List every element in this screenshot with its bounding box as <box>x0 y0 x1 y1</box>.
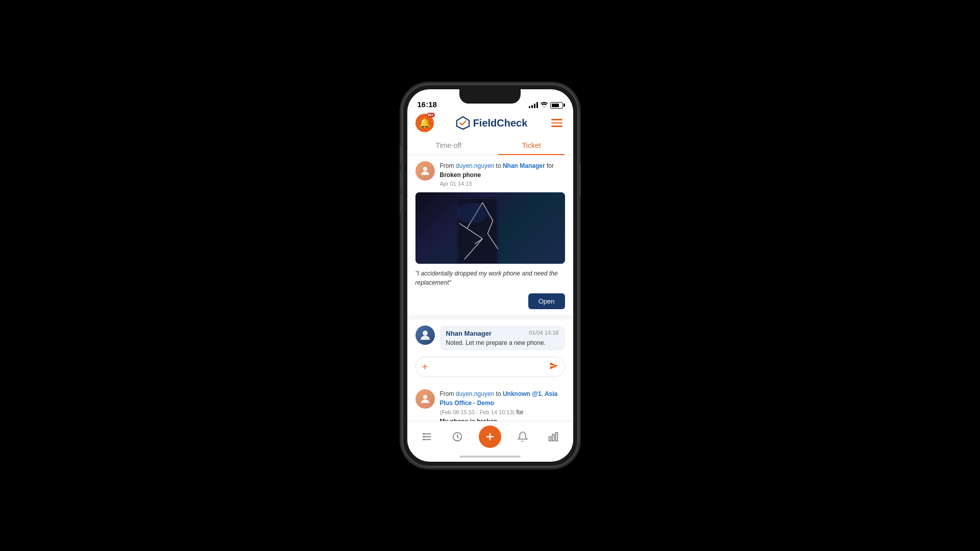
ticket-2-subject: My phone is broken <box>440 417 565 421</box>
svg-rect-26 <box>556 432 558 441</box>
nav-item-history[interactable] <box>448 429 467 444</box>
ticket-2-meta: From duyen.nguyen to Unknown @1. Asia Pl… <box>440 389 565 421</box>
nav-item-notification[interactable] <box>513 429 532 444</box>
avatar-1 <box>415 161 435 181</box>
hamburger-menu-button[interactable] <box>549 117 565 129</box>
send-button[interactable] <box>549 361 558 372</box>
ticket-1-from-label: From <box>440 162 454 169</box>
status-icons <box>529 102 563 109</box>
message-time-1: 01/04 14:18 <box>529 330 558 337</box>
open-button[interactable]: Open <box>528 293 565 309</box>
svg-point-19 <box>423 436 424 437</box>
svg-point-20 <box>423 439 424 440</box>
message-section-1: Nhan Manager 01/04 14:18 Noted. Let me p… <box>407 319 573 357</box>
input-area: + <box>415 357 565 377</box>
ticket-card-1: From duyen.nguyen to Nhan Manager for Br… <box>407 155 573 319</box>
phone-wrapper: 16:18 🔔 <box>402 84 578 467</box>
tab-time-off[interactable]: Time-off <box>407 136 491 155</box>
nav-item-list[interactable] <box>417 429 436 444</box>
notification-badge: 99+ <box>427 113 435 117</box>
nav-item-add[interactable] <box>479 425 501 448</box>
svg-marker-0 <box>457 117 469 129</box>
add-attachment-button[interactable]: + <box>422 362 428 372</box>
tab-ticket[interactable]: Ticket <box>490 136 573 155</box>
svg-point-18 <box>423 433 424 434</box>
ticket-1-for-label: for <box>547 162 554 169</box>
ticket-1-header: From duyen.nguyen to Nhan Manager for Br… <box>415 161 565 188</box>
content-area[interactable]: From duyen.nguyen to Nhan Manager for Br… <box>407 155 573 421</box>
svg-point-1 <box>423 167 427 171</box>
svg-rect-24 <box>549 437 551 441</box>
ticket-1-image <box>415 192 565 264</box>
ticket-2-to-label: to <box>496 390 501 397</box>
chart-icon <box>548 431 559 442</box>
svg-point-13 <box>423 331 428 336</box>
battery-icon <box>550 102 563 109</box>
home-bar <box>459 456 521 458</box>
clock-icon <box>452 431 463 442</box>
ticket-2-header: From duyen.nguyen to Unknown @1. Asia Pl… <box>415 389 565 421</box>
status-time: 16:18 <box>418 100 437 109</box>
list-icon <box>421 431 432 442</box>
avatar-2 <box>415 389 435 409</box>
avatar-manager <box>415 325 435 345</box>
nav-item-chart[interactable] <box>544 429 563 444</box>
ticket-1-description: "I accidentally dropped my work phone an… <box>415 269 565 287</box>
ticket-2-from-user: duyen.nguyen <box>456 390 494 397</box>
ticket-1-timestamp: Apr 01 14:13 <box>440 180 565 188</box>
notch <box>459 89 521 104</box>
ticket-card-2: From duyen.nguyen to Unknown @1. Asia Pl… <box>407 383 573 421</box>
menu-line-2 <box>551 122 562 124</box>
ticket-1-to-user: Nhan Manager <box>503 162 545 169</box>
home-indicator <box>407 452 573 462</box>
ticket-2-date-range: (Feb 08 15:10 - Feb 14 10:13) <box>440 409 515 415</box>
message-sender-1: Nhan Manager <box>446 330 492 337</box>
notification-bell-button[interactable]: 🔔 99+ <box>415 114 434 132</box>
ticket-2-from-label: From <box>440 390 454 397</box>
svg-rect-25 <box>552 434 554 441</box>
app-header: 🔔 99+ FieldCheck <box>407 112 573 136</box>
plus-icon <box>484 431 496 443</box>
svg-point-12 <box>456 203 487 223</box>
ticket-1-subject: Broken phone <box>440 170 565 180</box>
bell-icon: 🔔 <box>419 117 430 129</box>
message-top-1: Nhan Manager 01/04 14:18 <box>446 330 559 337</box>
ticket-1-meta: From duyen.nguyen to Nhan Manager for Br… <box>440 161 565 188</box>
svg-point-14 <box>423 395 427 399</box>
message-text-1: Noted. Let me prepare a new phone. <box>446 339 559 346</box>
message-input[interactable] <box>432 363 545 370</box>
wifi-icon <box>541 102 548 109</box>
bell-nav-icon <box>517 431 528 442</box>
fieldcheck-logo-icon <box>456 116 470 130</box>
signal-icon <box>529 102 538 108</box>
message-bubble-1: Nhan Manager 01/04 14:18 Noted. Let me p… <box>440 325 565 350</box>
crack-overlay <box>415 192 565 264</box>
menu-line-1 <box>551 119 562 120</box>
bottom-nav <box>407 421 573 452</box>
logo-text: FieldCheck <box>473 117 528 129</box>
menu-line-3 <box>551 126 562 127</box>
ticket-1-actions: Open <box>415 293 565 309</box>
ticket-2-for-label: for <box>517 409 524 416</box>
logo: FieldCheck <box>456 116 528 130</box>
phone-screen: 16:18 🔔 <box>407 89 573 462</box>
ticket-1-to-label: to <box>496 162 501 169</box>
ticket-1-from-user: duyen.nguyen <box>456 162 494 169</box>
tab-bar: Time-off Ticket <box>407 136 573 155</box>
